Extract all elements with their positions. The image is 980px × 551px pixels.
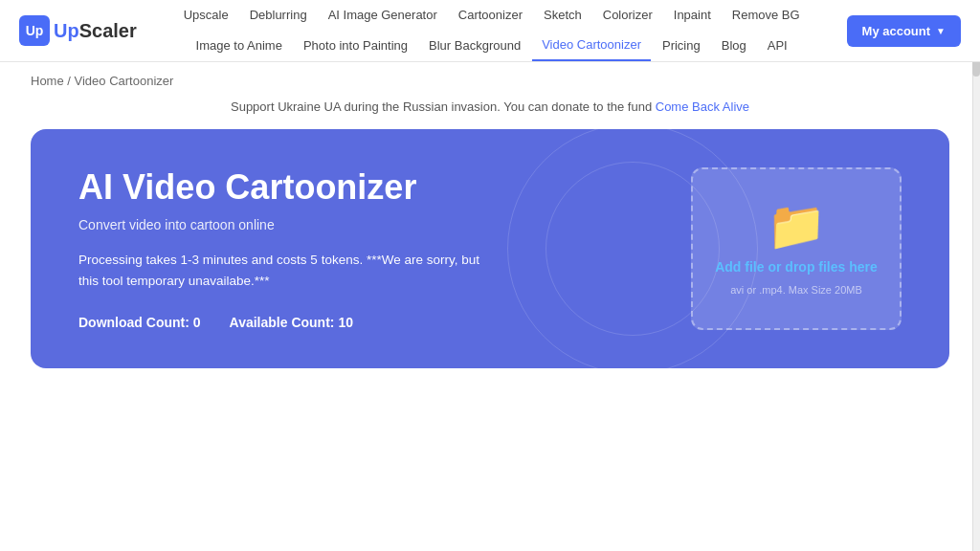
card-counts: Download Count: 0 Available Count: 10 [78, 315, 691, 330]
logo-icon: Up [26, 23, 44, 38]
nav-area: Upscale Deblurring AI Image Generator Ca… [174, 0, 810, 61]
banner-text: Support Ukraine UA during the Russian in… [231, 99, 652, 114]
nav-upscale[interactable]: Upscale [174, 0, 238, 30]
card-left: AI Video Cartoonizer Convert video into … [78, 167, 691, 329]
download-count-value: 0 [193, 315, 201, 330]
nav-video-cartoonizer[interactable]: Video Cartoonizer [532, 30, 651, 61]
download-count: Download Count: 0 [78, 315, 201, 330]
nav-blur-background[interactable]: Blur Background [419, 31, 530, 60]
my-account-button[interactable]: My account ▼ [847, 15, 961, 47]
logo-up: Up [54, 20, 79, 41]
header: Up UpScaler Upscale Deblurring AI Image … [0, 0, 980, 62]
folder-icon: 📁 [767, 202, 826, 250]
my-account-label: My account [862, 24, 931, 38]
nav-cartoonizer[interactable]: Cartoonizer [449, 0, 532, 30]
upload-zone[interactable]: 📁 Add file or drop files here avi or .mp… [691, 167, 902, 330]
logo-text: UpScaler [54, 20, 137, 42]
breadcrumb-home[interactable]: Home [31, 74, 64, 88]
available-count-label: Available Count: [230, 315, 335, 330]
nav-deblurring[interactable]: Deblurring [240, 0, 317, 30]
nav-row-2: Image to Anime Photo into Painting Blur … [187, 30, 797, 61]
nav-remove-bg[interactable]: Remove BG [723, 0, 810, 30]
card-description: Processing takes 1-3 minutes and costs 5… [78, 250, 480, 291]
banner-link[interactable]: Come Back Alive [656, 99, 749, 114]
main-card-wrapper: AI Video Cartoonizer Convert video into … [11, 129, 969, 368]
nav-api[interactable]: API [758, 31, 797, 60]
download-count-label: Download Count: [78, 315, 189, 330]
nav-image-to-anime[interactable]: Image to Anime [187, 31, 292, 60]
upload-formats: avi or .mp4. Max Size 20MB [730, 284, 862, 296]
breadcrumb-current: Video Cartoonizer [75, 74, 174, 88]
card-right: 📁 Add file or drop files here avi or .mp… [691, 167, 902, 330]
nav-inpaint[interactable]: Inpaint [664, 0, 721, 30]
add-file-link[interactable]: Add file [715, 259, 764, 275]
card: AI Video Cartoonizer Convert video into … [31, 129, 949, 368]
breadcrumb-separator: / [67, 74, 74, 88]
nav-colorizer[interactable]: Colorizer [593, 0, 662, 30]
available-count: Available Count: 10 [230, 315, 353, 330]
nav-photo-into-painting[interactable]: Photo into Painting [294, 31, 417, 60]
card-subtitle: Convert video into cartoon online [78, 217, 691, 232]
nav-pricing[interactable]: Pricing [653, 31, 710, 60]
nav-row-1: Upscale Deblurring AI Image Generator Ca… [174, 0, 810, 30]
logo-box: Up [19, 15, 50, 46]
chevron-down-icon: ▼ [936, 26, 946, 36]
nav-sketch[interactable]: Sketch [534, 0, 591, 30]
logo[interactable]: Up UpScaler [19, 6, 137, 55]
card-title: AI Video Cartoonizer [78, 167, 691, 208]
logo-rest: Scaler [79, 20, 137, 41]
available-count-value: 10 [338, 315, 353, 330]
support-banner: Support Ukraine UA during the Russian in… [11, 99, 969, 114]
nav-blog[interactable]: Blog [712, 31, 756, 60]
upload-or-text: or drop files here [768, 259, 877, 275]
upload-main-text: Add file or drop files here [715, 259, 878, 275]
breadcrumb: Home / Video Cartoonizer [11, 74, 969, 88]
nav-ai-image-generator[interactable]: AI Image Generator [319, 0, 447, 30]
